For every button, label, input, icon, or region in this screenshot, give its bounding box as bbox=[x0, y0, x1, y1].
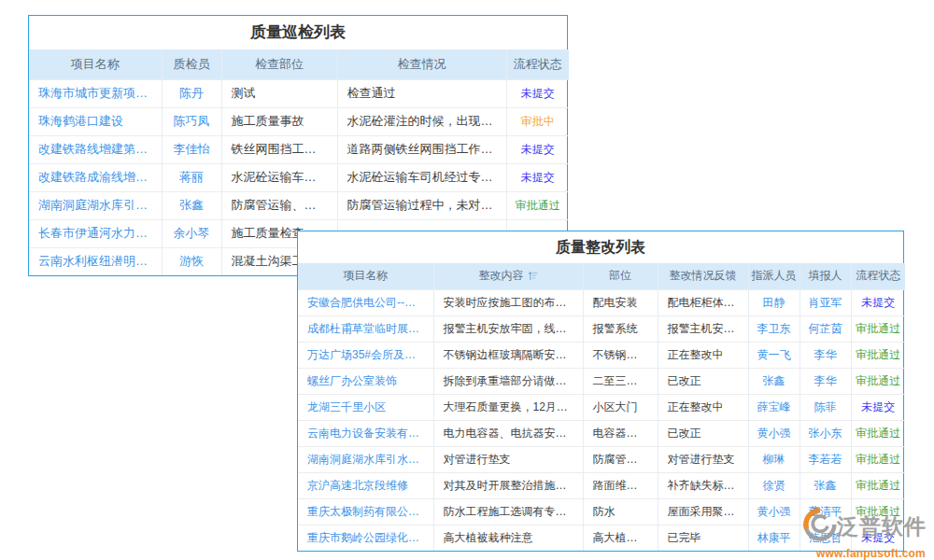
column-header: 流程状态 bbox=[851, 263, 905, 289]
table-cell: 补齐缺失标志... bbox=[658, 472, 748, 498]
table-cell[interactable]: 薛宝峰 bbox=[748, 394, 800, 420]
column-header-label: 整改情况反馈 bbox=[670, 269, 737, 282]
table-cell[interactable]: 湖南洞庭湖水库引水工... bbox=[29, 191, 162, 219]
table-cell[interactable]: 成都杜甫草堂临时展厅独立展... bbox=[298, 315, 433, 342]
column-header-label: 指派人员 bbox=[752, 269, 797, 282]
status-badge: 审批通过 bbox=[851, 342, 905, 368]
table-cell[interactable]: 螺丝厂办公室装饰 bbox=[298, 368, 433, 394]
table-cell[interactable]: 蒋丽 bbox=[162, 163, 221, 191]
table-cell: 对管进行垫支 bbox=[658, 446, 748, 472]
table-row: 改建铁路线增建第二线...李佳怡铁丝网围挡工作检查道路两侧铁丝网围挡工作按设计.… bbox=[29, 135, 569, 163]
table-cell: 防水 bbox=[583, 498, 658, 525]
column-header[interactable]: 整改内容 bbox=[433, 263, 583, 289]
table-cell: 检查通过 bbox=[337, 79, 506, 107]
table-cell[interactable]: 黄一飞 bbox=[748, 342, 800, 368]
table-cell[interactable]: 云南电力设备安装有限公司20... bbox=[298, 420, 433, 446]
table-row: 珠海市城市更新项目紫...陈丹测试检查通过未提交 bbox=[29, 79, 569, 107]
table-cell[interactable]: 李华 bbox=[800, 368, 851, 394]
table-cell[interactable]: 张鑫 bbox=[162, 191, 221, 219]
table-cell[interactable]: 万达广场35#会所及咖啡厅空... bbox=[298, 342, 433, 368]
table-cell: 水泥砼运输车检查 bbox=[221, 163, 337, 191]
table-cell: 高大植被栽种注意 bbox=[433, 525, 583, 551]
table-cell[interactable]: 余小琴 bbox=[162, 219, 221, 247]
column-header-label: 流程状态 bbox=[856, 269, 900, 282]
table-cell[interactable]: 京沪高速北京段维修 bbox=[298, 472, 433, 498]
table-cell: 对其及时开展整治措施，桥头... bbox=[433, 472, 583, 498]
table-cell[interactable]: 何芷茵 bbox=[800, 315, 851, 342]
sort-icon[interactable] bbox=[528, 271, 538, 284]
table-cell: 安装时应按施工图的布置，将... bbox=[433, 289, 583, 315]
table-cell[interactable]: 安徽合肥供电公司--配电设备... bbox=[298, 289, 433, 315]
column-header: 部位 bbox=[583, 263, 658, 289]
table-cell[interactable]: 黄小强 bbox=[748, 420, 800, 446]
status-badge: 未提交 bbox=[851, 394, 905, 420]
fanpu-watermark: 泛普软件 www.fanpusoft.com bbox=[803, 508, 934, 560]
table-cell[interactable]: 李佳怡 bbox=[162, 135, 221, 163]
table-cell: 水泥砼运输车司机经过专门培训... bbox=[337, 163, 506, 191]
table-cell: 防水工程施工选调有专业资质... bbox=[433, 498, 583, 525]
fanpu-logo-icon bbox=[803, 508, 837, 545]
table-cell[interactable]: 长春市伊通河水力发电... bbox=[29, 219, 162, 247]
table-cell[interactable]: 改建铁路线增建第二线... bbox=[29, 135, 162, 163]
column-header-label: 项目名称 bbox=[343, 269, 388, 282]
table-cell: 配电安装 bbox=[583, 289, 658, 315]
table-cell: 防腐管运输... bbox=[583, 446, 658, 472]
table-cell: 电力电容器、电抗器安装方案,... bbox=[433, 420, 583, 446]
column-header: 检查情况 bbox=[337, 49, 506, 79]
column-header-label: 检查情况 bbox=[398, 57, 446, 71]
table-cell: 不锈钢安装... bbox=[583, 342, 658, 368]
table-row: 珠海鹤港口建设陈巧凤施工质量事故水泥砼灌注的时候，出现离析现象审批中 bbox=[29, 107, 569, 135]
table-cell[interactable]: 游恢 bbox=[162, 247, 221, 275]
table-cell[interactable]: 云南水利枢纽潜明水库... bbox=[29, 247, 162, 275]
table-cell[interactable]: 张鑫 bbox=[800, 472, 851, 498]
table-row: 湖南洞庭湖水库引水工...张鑫防腐管运输、布管防腐管运输过程中，未对管进行...… bbox=[29, 191, 569, 219]
table-cell[interactable]: 柳琳 bbox=[748, 446, 800, 472]
table-cell: 水泥砼灌注的时候，出现离析现象 bbox=[337, 107, 506, 135]
table-cell[interactable]: 田静 bbox=[748, 289, 800, 315]
table-cell[interactable]: 李华 bbox=[800, 342, 851, 368]
table-cell: 道路两侧铁丝网围挡工作按设计... bbox=[337, 135, 506, 163]
status-badge: 未提交 bbox=[506, 79, 569, 107]
table-cell: 大理石质量更换，12月31日之... bbox=[433, 394, 583, 420]
table-cell: 对管进行垫支 bbox=[433, 446, 583, 472]
table-cell: 施工质量事故 bbox=[221, 107, 337, 135]
table-cell[interactable]: 张小东 bbox=[800, 420, 851, 446]
table-cell[interactable]: 李卫东 bbox=[748, 315, 800, 342]
column-header: 填报人 bbox=[800, 263, 851, 289]
table-row: 万达广场35#会所及咖啡厅空...不锈钢边框玻璃隔断安装不牢...不锈钢安装..… bbox=[298, 342, 905, 368]
table-row: 龙湖三千里小区大理石质量更换，12月31日之...小区大门正在整改中薛宝峰陈菲未… bbox=[298, 394, 905, 420]
table-cell[interactable]: 陈巧凤 bbox=[162, 107, 221, 135]
table-cell[interactable]: 湖南洞庭湖水库引水工程施工I标 bbox=[298, 446, 433, 472]
status-badge: 审批中 bbox=[506, 107, 569, 135]
table-cell[interactable]: 陈丹 bbox=[162, 79, 221, 107]
status-badge: 审批通过 bbox=[851, 446, 905, 472]
table-cell[interactable]: 珠海市城市更新项目紫... bbox=[29, 79, 162, 107]
quality-rectification-table-panel: 质量整改列表 项目名称整改内容部位整改情况反馈指派人员填报人流程状态 安徽合肥供… bbox=[297, 231, 904, 552]
table-row: 改建铁路成渝线增建第...蒋丽水泥砼运输车检查水泥砼运输车司机经过专门培训...… bbox=[29, 163, 569, 191]
table-row: 成都杜甫草堂临时展厅独立展...报警主机安放牢固，线缆连接...报警系统报警主机… bbox=[298, 315, 905, 342]
status-badge: 审批通过 bbox=[851, 420, 905, 446]
table-cell[interactable]: 张鑫 bbox=[748, 368, 800, 394]
status-badge: 审批通过 bbox=[851, 368, 905, 394]
column-header-label: 填报人 bbox=[809, 269, 842, 282]
table-cell[interactable]: 重庆市鹅岭公园绿化景观提升... bbox=[298, 525, 433, 551]
column-header-label: 整改内容 bbox=[479, 269, 524, 282]
table-cell[interactable]: 李若若 bbox=[800, 446, 851, 472]
table-cell[interactable]: 肖亚军 bbox=[800, 289, 851, 315]
column-header-label: 部位 bbox=[609, 269, 631, 282]
column-header: 整改情况反馈 bbox=[658, 263, 748, 289]
column-header-label: 项目名称 bbox=[71, 57, 120, 71]
watermark-brand-text: 泛普软件 bbox=[837, 516, 927, 538]
table-cell[interactable]: 陈菲 bbox=[800, 394, 851, 420]
table-cell[interactable]: 龙湖三千里小区 bbox=[298, 394, 433, 420]
table-cell[interactable]: 林康平 bbox=[748, 525, 800, 551]
table-row: 安徽合肥供电公司--配电设备...安装时应按施工图的布置，将...配电安装配电柜… bbox=[298, 289, 905, 315]
status-badge: 审批通过 bbox=[506, 191, 569, 219]
table-cell[interactable]: 珠海鹤港口建设 bbox=[29, 107, 162, 135]
table-cell: 二至三楼混... bbox=[583, 368, 658, 394]
table-cell[interactable]: 重庆太极制药有限公司亳州中... bbox=[298, 498, 433, 525]
table-cell[interactable]: 徐贤 bbox=[748, 472, 800, 498]
table-cell[interactable]: 改建铁路成渝线增建第... bbox=[29, 163, 162, 191]
table-cell[interactable]: 黄小强 bbox=[748, 498, 800, 525]
table-row: 湖南洞庭湖水库引水工程施工I标对管进行垫支防腐管运输...对管进行垫支柳琳李若若… bbox=[298, 446, 905, 472]
